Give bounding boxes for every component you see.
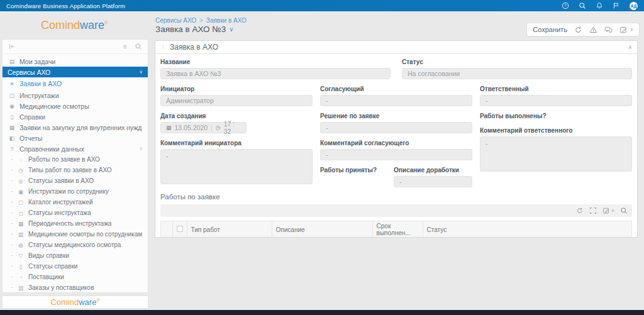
field-decision-input[interactable]: -: [320, 122, 472, 133]
edit-chevron-down-icon[interactable]: ∨: [630, 27, 633, 32]
grid-refresh-icon[interactable]: [576, 207, 584, 214]
field-name-input[interactable]: Заявка в АХО №3: [160, 68, 391, 79]
drag-handle-icon[interactable]: ⋮: [160, 44, 166, 50]
funnel-icon: ▽: [16, 253, 25, 259]
certificate-status-icon: ▯: [16, 263, 25, 270]
supplier-icon: ◔: [16, 274, 25, 280]
field-rework-description: Описание доработки -: [394, 167, 472, 187]
header-row-number: [161, 221, 173, 238]
bottom-bar: [0, 310, 644, 315]
select-all-checkbox[interactable]: [177, 226, 183, 232]
field-created-date: Дата создания ▦ 13.05.2020 | ◷ 17 : 32: [160, 113, 313, 133]
header-description[interactable]: Описание: [272, 221, 372, 238]
header-due-date[interactable]: Срок выполнен...: [372, 221, 423, 238]
title-chevron-down-icon[interactable]: ∨: [229, 26, 233, 33]
requests-icon: ∗: [8, 80, 16, 87]
sidebar-subitem-certificate-kinds[interactable]: ▽ Виды справки: [3, 250, 148, 261]
sidebar-toolbar: ≡: [3, 40, 148, 54]
briefing-status-icon: ◻: [16, 210, 25, 216]
grid-expand-icon[interactable]: [589, 207, 597, 214]
chevron-down-icon: ∨: [139, 146, 143, 152]
sidebar-item-medical-exams[interactable]: ◉ Медицинские осмотры: [3, 101, 148, 111]
warning-icon[interactable]: [589, 26, 597, 34]
briefings-icon: ◫: [8, 92, 16, 99]
save-button[interactable]: Сохранить: [533, 26, 567, 33]
sidebar-item-reports[interactable]: ◧ Отчеты: [3, 133, 148, 143]
sidebar-subitem-briefing-statuses[interactable]: ◻ Статусы инструктажа: [3, 207, 148, 218]
sidebar-item-briefings[interactable]: ◫ Инструктажи: [3, 90, 148, 101]
field-works-accepted: Работы приняты?: [320, 167, 386, 187]
user-avatar[interactable]: АД: [630, 2, 638, 10]
sidebar-item-data-dictionaries[interactable]: ? Справочники данных ∨: [3, 143, 148, 154]
field-name-label: Название: [160, 58, 391, 65]
sidebar-subitem-briefing-periodicity[interactable]: ▦ Периодичность инструктажа: [3, 218, 148, 229]
record-toolbar: Сохранить ∨: [526, 23, 640, 36]
field-responsible-comment-textarea[interactable]: -: [480, 136, 632, 172]
sidebar-item-purchase-requests[interactable]: ▦ Заявки на закупку для внутренних нужд: [3, 122, 148, 133]
help-icon[interactable]: ?: [562, 2, 569, 9]
breadcrumb-item-requests[interactable]: Заявки в АХО: [206, 17, 247, 24]
sidebar-subitem-employee-medical-exams[interactable]: ▤ Медицинские осмотры по сотрудникам: [3, 229, 148, 240]
sidebar-subitem-medical-exam-statuses[interactable]: ◍ Статусы медицинского осмотра: [3, 240, 148, 250]
sidebar-item-requests-axo[interactable]: ∗ Заявки в АХО: [3, 77, 148, 90]
flag-icon[interactable]: [613, 2, 620, 9]
menu-list-icon[interactable]: ≡: [123, 43, 127, 50]
collapse-panel-icon[interactable]: ∧: [628, 44, 632, 50]
sidebar-subitem-works-by-request[interactable]: ◌ Работы по заявке в АХО: [3, 154, 148, 165]
field-responsible-input[interactable]: -: [480, 95, 632, 106]
panel-header: ⋮ Заявка в АХО ∧: [155, 41, 637, 54]
field-created-date-input[interactable]: ▦ 13.05.2020 | ◷ 17 : 32: [160, 122, 247, 133]
sidebar-search-icon[interactable]: [135, 43, 142, 50]
sidebar-subitem-certificate-statuses[interactable]: ▯ Статусы справки: [3, 261, 148, 272]
field-approver-input[interactable]: -: [320, 95, 472, 106]
purchase-icon: ▦: [8, 124, 16, 131]
edit-icon[interactable]: [619, 26, 628, 34]
sidebar-subitem-supplier-orders[interactable]: ▥ Заказы у поставщиков: [3, 282, 148, 293]
svg-text:?: ?: [564, 3, 567, 8]
grid-edit-icon[interactable]: [602, 207, 610, 214]
works-icon: ◌: [16, 157, 25, 163]
sidebar-item-services-axo[interactable]: Сервисы АХО ∨: [3, 67, 148, 77]
sidebar-item-my-tasks[interactable]: ▤ Мои задачи: [3, 56, 148, 67]
tasks-icon: ▤: [8, 58, 16, 65]
medical-icon: ◉: [8, 103, 16, 109]
field-status-label: Статус: [402, 58, 632, 65]
field-initiator-comment-textarea[interactable]: -: [160, 149, 313, 184]
chevron-down-icon: ∨: [139, 69, 143, 75]
field-rework-description-input[interactable]: -: [394, 176, 472, 187]
comindware-logo: Comindware®: [0, 11, 148, 39]
header-work-type[interactable]: Тип работ: [187, 221, 272, 238]
field-status-input[interactable]: На согласовании: [402, 68, 632, 79]
sidebar-subitem-suppliers[interactable]: ◔ Поставщики: [3, 272, 148, 282]
topbar-actions: ? АД: [562, 2, 638, 10]
field-initiator-input[interactable]: Администратор: [160, 95, 313, 106]
page-title[interactable]: Заявка в АХО №3 ∨: [155, 25, 234, 34]
search-icon[interactable]: [579, 2, 586, 9]
sidebar-subitem-employee-briefings[interactable]: ▣ Инструктажи по сотруднику: [3, 186, 148, 197]
field-works-done: Работы выполнены?: [480, 113, 632, 119]
field-initiator: Инициатор Администратор: [160, 86, 313, 106]
refresh-icon[interactable]: [574, 26, 582, 34]
sidebar-subitem-request-statuses[interactable]: ◎ Статусы заявки в АХО: [3, 175, 148, 186]
header-status[interactable]: Статус: [423, 221, 631, 238]
field-approver-comment-input[interactable]: -: [320, 149, 472, 160]
comments-icon[interactable]: [604, 26, 613, 34]
works-table-header-row: Тип работ Описание Срок выполнен... Стат…: [161, 221, 632, 238]
panel-body: Название Заявка в АХО №3 Статус На согла…: [155, 54, 637, 238]
sidebar-subitem-briefing-catalog[interactable]: ▢ Каталог инструктажей: [3, 197, 148, 207]
grid-search-icon[interactable]: [620, 207, 628, 214]
statuses-icon: ◎: [16, 178, 25, 184]
field-initiator-comment: Комментарий инициатора -: [160, 140, 313, 184]
breadcrumb-item-services[interactable]: Сервисы АХО: [155, 17, 196, 24]
clock-icon: ◷: [216, 124, 221, 131]
sidebar-item-certificates[interactable]: ▯ Справки: [3, 111, 148, 122]
reports-icon: ◧: [8, 135, 16, 141]
grid-edit-chevron-icon[interactable]: ∨: [611, 208, 614, 213]
works-section-title: Работы по заявке: [160, 193, 632, 201]
notifications-bell-icon[interactable]: [596, 2, 603, 9]
sidebar-subitem-work-types[interactable]: ◷ Типы работ по заявке в АХО: [3, 165, 148, 175]
employee-briefings-icon: ▣: [16, 189, 25, 195]
app-title: Comindware Business Application Platform: [6, 3, 125, 9]
collapse-sidebar-icon[interactable]: [8, 43, 16, 50]
certificates-icon: ▯: [8, 114, 16, 120]
